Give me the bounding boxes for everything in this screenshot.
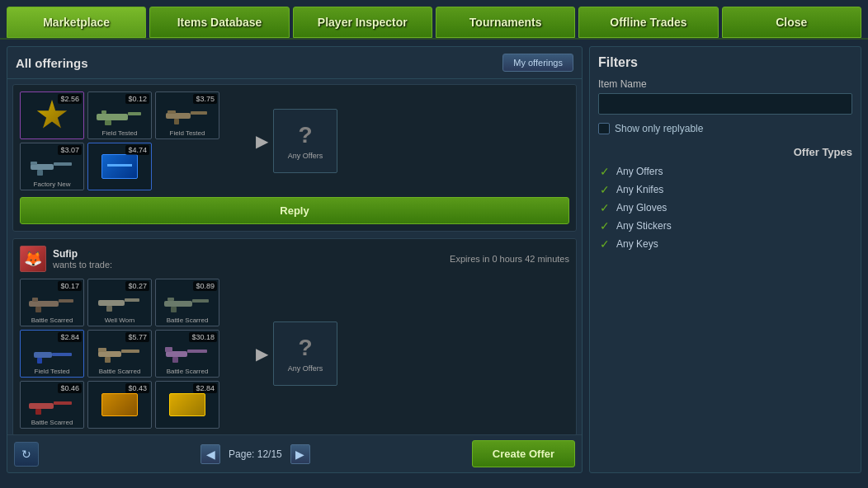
svg-rect-1 (128, 112, 141, 115)
item-cell: $5.77 Battle Scarred (87, 330, 152, 378)
svg-rect-6 (174, 119, 179, 124)
item-price: $0.43 (125, 383, 149, 393)
checkmark-icon: ✓ (598, 183, 611, 196)
item-condition: Factory New (21, 181, 83, 188)
item-name-label: Item Name (598, 78, 852, 90)
top-nav: Marketplace Items Database Player Inspec… (0, 0, 868, 40)
svg-rect-9 (54, 162, 72, 166)
svg-rect-27 (121, 350, 139, 353)
svg-rect-23 (34, 352, 52, 358)
tab-offline-trades[interactable]: Offline Trades (578, 7, 718, 38)
svg-rect-10 (37, 170, 43, 176)
item-cell: $4.74 (87, 143, 152, 190)
svg-rect-14 (35, 307, 41, 312)
checkmark-icon: ✓ (598, 219, 611, 232)
offer-type-label: Any Offers (616, 166, 663, 177)
item-price: $0.89 (193, 281, 217, 291)
item-cell: $0.17 Battle Scarred (20, 279, 84, 326)
offer-type-any-knifes: ✓ Any Knifes (598, 183, 852, 196)
svg-rect-13 (59, 299, 73, 303)
svg-rect-7 (167, 110, 176, 114)
svg-rect-26 (98, 351, 121, 357)
refresh-button[interactable]: ↻ (14, 442, 39, 467)
trades-area[interactable]: $2.56 $0.12 Field Tested $3.75 (7, 79, 582, 434)
trader-sub: wants to trade: (53, 260, 443, 270)
replyable-checkbox[interactable] (598, 123, 610, 134)
left-panel: All offerings My offerings $2.56 $0 (7, 46, 583, 473)
offer-type-label: Any Knifes (616, 184, 663, 195)
svg-rect-32 (172, 357, 178, 363)
item-condition: Battle Scarred (156, 368, 219, 375)
trade1-arrow: ▶ (256, 131, 268, 151)
tab-tournaments[interactable]: Tournaments (436, 7, 575, 38)
item-price: $3.75 (193, 94, 217, 104)
offer-type-any-offers: ✓ Any Offers (598, 165, 852, 178)
main-content: All offerings My offerings $2.56 $0 (0, 40, 868, 480)
trade2-items-row: $0.17 Battle Scarred $0.27 Well Worn $0.… (20, 279, 569, 429)
svg-rect-34 (29, 403, 54, 409)
replyable-label: Show only replyable (615, 123, 703, 134)
svg-rect-33 (165, 347, 172, 352)
tab-marketplace[interactable]: Marketplace (7, 7, 146, 38)
item-cell: $3.75 Field Tested (155, 92, 219, 139)
svg-rect-18 (106, 306, 112, 312)
trade2-wants: ? Any Offers (273, 321, 337, 386)
item-condition: Well Worn (88, 317, 151, 324)
svg-rect-31 (187, 350, 207, 353)
item-cell: $0.89 Battle Scarred (155, 279, 219, 326)
checkmark-icon: ✓ (598, 237, 611, 251)
svg-rect-0 (97, 114, 128, 120)
svg-rect-36 (35, 409, 41, 415)
prev-page-button[interactable]: ◀ (200, 444, 220, 464)
svg-rect-21 (171, 307, 177, 312)
expiry-label: Expires in 0 hours 42 minutes (450, 254, 569, 264)
offerings-title: All offerings (16, 56, 88, 70)
svg-rect-16 (98, 300, 125, 306)
svg-rect-22 (167, 298, 174, 301)
svg-rect-5 (191, 111, 207, 115)
item-price: $2.56 (58, 94, 82, 104)
svg-rect-24 (52, 353, 72, 356)
filters-title: Filters (598, 55, 852, 70)
item-condition: Battle Scarred (21, 317, 83, 324)
svg-rect-19 (164, 301, 192, 307)
item-price: $4.74 (125, 145, 149, 155)
svg-rect-30 (166, 351, 187, 357)
item-price: $2.84 (58, 332, 82, 342)
trade1-wants: ? Any Offers (273, 109, 337, 173)
trade2-giving: $0.17 Battle Scarred $0.27 Well Worn $0.… (20, 279, 251, 429)
item-condition: Battle Scarred (88, 368, 151, 375)
svg-rect-11 (31, 162, 37, 165)
item-name-input[interactable] (598, 93, 852, 115)
item-cell: $30.18 Battle Scarred (155, 330, 219, 378)
trade-offer-2: 🦊 Sufip wants to trade: Expires in 0 hou… (12, 238, 577, 434)
item-condition: Field Tested (156, 129, 219, 137)
item-price: $3.07 (58, 145, 82, 155)
trader-avatar: 🦊 (20, 246, 46, 272)
item-cell: $2.84 Field Tested (20, 330, 84, 378)
reply-button-1[interactable]: Reply (20, 197, 569, 224)
offer-type-any-stickers: ✓ Any Stickers (598, 219, 852, 232)
offer-type-label: Any Keys (616, 238, 658, 250)
item-condition: Field Tested (21, 368, 83, 375)
item-cell: $2.84 (155, 381, 219, 429)
create-offer-button[interactable]: Create Offer (472, 440, 575, 467)
item-cell: $0.46 Battle Scarred (20, 381, 84, 429)
any-offers-label-2: Any Offers (288, 364, 323, 373)
tab-close[interactable]: Close (722, 7, 861, 38)
my-offerings-button[interactable]: My offerings (502, 54, 573, 72)
item-cell: $0.12 Field Tested (87, 92, 152, 139)
item-condition: Battle Scarred (156, 317, 219, 324)
trade1-giving: $2.56 $0.12 Field Tested $3.75 (20, 92, 251, 190)
item-cell: $0.27 Well Worn (87, 279, 152, 326)
next-page-button[interactable]: ▶ (290, 444, 310, 464)
question-icon: ? (298, 122, 312, 148)
offer-types-title: Offer Types (794, 146, 852, 158)
page-label: Page: 12/15 (229, 448, 282, 460)
bottom-bar: ↻ ◀ Page: 12/15 ▶ Create Offer (7, 434, 582, 472)
item-price: $0.46 (58, 383, 82, 393)
tab-items-database[interactable]: Items Database (149, 7, 289, 38)
item-price: $0.27 (125, 281, 149, 291)
svg-rect-25 (37, 358, 42, 364)
tab-player-inspector[interactable]: Player Inspector (293, 7, 432, 38)
